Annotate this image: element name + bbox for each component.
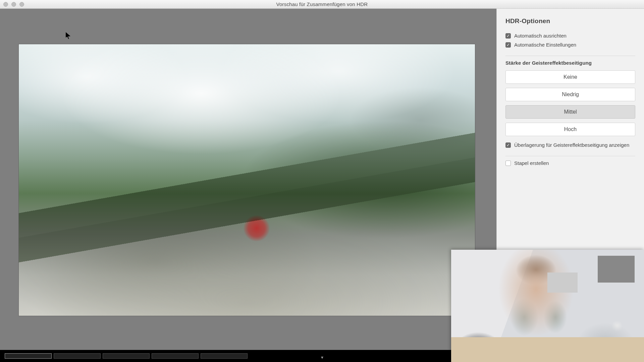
deghost-high-button[interactable]: Hoch <box>505 123 635 136</box>
deghost-none-button[interactable]: Keine <box>505 70 635 84</box>
auto-align-label: Automatisch ausrichten <box>514 33 567 39</box>
checkbox-icon[interactable] <box>505 42 511 48</box>
filmstrip-thumb[interactable] <box>152 353 199 359</box>
checkbox-icon[interactable] <box>505 33 511 39</box>
show-deghost-overlay-option[interactable]: Überlagerung für Geistereffektbeseitigun… <box>505 142 635 148</box>
filmstrip-thumb[interactable] <box>201 353 248 359</box>
divider <box>505 156 635 156</box>
deghost-low-button[interactable]: Niedrig <box>505 88 635 101</box>
filmstrip-thumb[interactable] <box>54 353 101 359</box>
deghost-section-label: Stärke der Geistereffektbeseitigung <box>505 60 635 66</box>
merged-hdr-preview-image[interactable] <box>19 44 475 316</box>
show-deghost-overlay-label: Überlagerung für Geistereffektbeseitigun… <box>514 142 629 148</box>
deghost-medium-button[interactable]: Mittel <box>505 105 635 119</box>
titlebar: Vorschau für Zusammenfügen von HDR <box>0 0 644 9</box>
create-stack-option[interactable]: Stapel erstellen <box>505 160 635 166</box>
zoom-icon[interactable] <box>19 2 24 7</box>
filmstrip-toggle-icon[interactable]: ▾ <box>321 355 323 360</box>
auto-settings-option[interactable]: Automatische Einstellungen <box>505 42 635 48</box>
auto-settings-label: Automatische Einstellungen <box>514 42 576 48</box>
checkbox-icon[interactable] <box>505 142 511 148</box>
filmstrip-thumb[interactable] <box>5 353 52 359</box>
divider <box>505 56 635 56</box>
window-controls <box>3 2 24 7</box>
hdr-merge-preview-window: Vorschau für Zusammenfügen von HDR HDR-O… <box>0 0 644 362</box>
close-icon[interactable] <box>3 2 8 7</box>
deghost-overlay-marker <box>244 215 270 241</box>
preview-area <box>0 9 496 362</box>
presenter-webcam-overlay <box>451 250 644 362</box>
auto-align-option[interactable]: Automatisch ausrichten <box>505 33 635 39</box>
checkbox-icon[interactable] <box>505 161 511 166</box>
minimize-icon[interactable] <box>11 2 16 7</box>
filmstrip-thumb[interactable] <box>103 353 150 359</box>
create-stack-label: Stapel erstellen <box>514 160 549 166</box>
window-title: Vorschau für Zusammenfügen von HDR <box>276 1 368 7</box>
panel-title: HDR-Optionen <box>505 17 635 25</box>
